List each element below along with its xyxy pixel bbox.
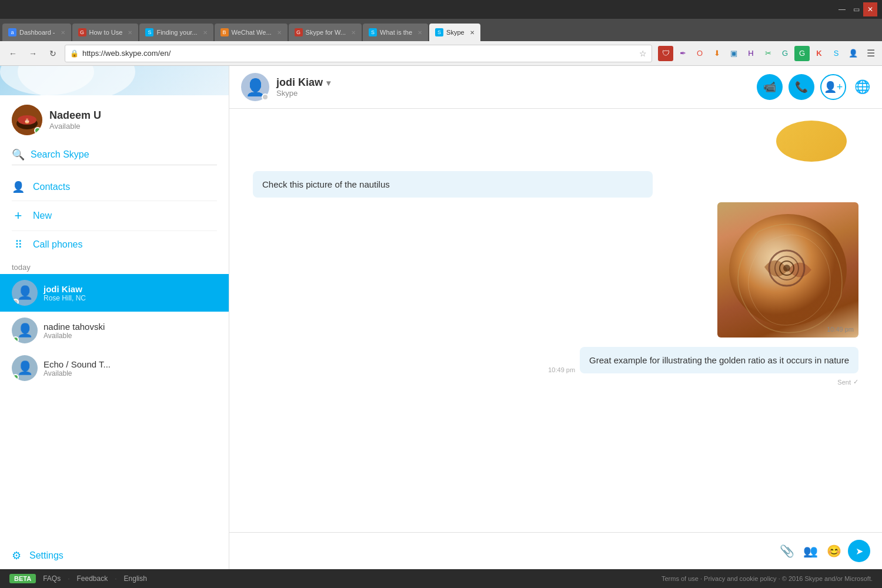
chat-dropdown-icon[interactable]: ▾ (326, 78, 330, 88)
message-bubble-sent: Great example for illustrating the golde… (580, 347, 858, 373)
minimize-button[interactable]: — (835, 2, 849, 16)
tab-label: How to Use (89, 29, 123, 36)
extension-darkgreen[interactable]: G (794, 46, 810, 61)
contact-list: 👤 jodi Kiaw Rose Hill, NC 👤 nadine tahov… (0, 274, 229, 542)
chat-header-actions: 📹 📞 👤+ 🌐 (757, 74, 870, 100)
contacts-nav-item[interactable]: 👤 Contacts (12, 173, 217, 201)
new-label: New (33, 211, 52, 221)
tab-close-icon[interactable]: ✕ (203, 29, 208, 36)
footer-faqs[interactable]: FAQs (43, 574, 61, 583)
tab-finding[interactable]: S Finding your... ✕ (139, 24, 213, 41)
contact-status-dot-jodi (12, 299, 19, 305)
extension-person[interactable]: 👤 (846, 46, 861, 61)
chat-user-info: jodi Kiaw ▾ Skype (276, 76, 757, 98)
attach-file-icon[interactable]: 📎 (777, 542, 796, 560)
add-contact-button[interactable]: 👤+ (820, 74, 846, 100)
tab-favicon: S (145, 28, 153, 36)
tab-label: Skype (446, 29, 465, 36)
callphones-label: Call phones (33, 239, 83, 250)
extension-purple2[interactable]: H (743, 46, 759, 61)
contact-status-dot-nadine (12, 336, 19, 343)
nav-bar: ← → ↻ 🔒 https://web.skype.com/en/ ☆ 🛡 ✒ … (0, 41, 882, 66)
opera-icon[interactable]: O (692, 46, 707, 61)
address-bar[interactable]: 🔒 https://web.skype.com/en/ ☆ (65, 45, 652, 62)
voice-call-button[interactable]: 📞 (789, 74, 814, 100)
search-row[interactable]: 🔍 Search Skype (12, 145, 217, 165)
close-button[interactable]: ✕ (863, 2, 877, 16)
tab-skypeforw[interactable]: G Skype for W... ✕ (289, 24, 362, 41)
contact-item-jodi[interactable]: 👤 jodi Kiaw Rose Hill, NC (0, 274, 229, 312)
video-call-button[interactable]: 📹 (757, 74, 783, 100)
maximize-button[interactable]: ▭ (849, 2, 863, 16)
chat-messages: Check this picture of the nautilus (229, 109, 882, 532)
svg-point-8 (783, 265, 790, 272)
user-info: Nadeem U Available (49, 109, 217, 131)
sidebar-header: 🎂 Nadeem U Available 🔍 Search Skype (0, 95, 229, 173)
user-status: Available (49, 122, 217, 131)
url-text: https://web.skype.com/en/ (82, 49, 636, 58)
tab-close-icon[interactable]: ✕ (277, 29, 282, 36)
send-button[interactable]: ➤ (848, 540, 870, 562)
contact-avatar-icon: 👤 (17, 360, 33, 376)
bookmark-icon[interactable]: ☆ (639, 49, 647, 58)
tab-close-icon[interactable]: ✕ (470, 29, 475, 36)
tab-favicon: S (435, 28, 443, 36)
title-bar: — ▭ ✕ (0, 0, 882, 19)
contact-item-nadine[interactable]: 👤 nadine tahovski Available (0, 312, 229, 349)
tab-close-icon[interactable]: ✕ (128, 29, 132, 36)
tab-close-icon[interactable]: ✕ (351, 29, 356, 36)
tab-close-icon[interactable]: ✕ (417, 29, 422, 36)
contact-item-echo[interactable]: 👤 Echo / Sound T... Available (0, 349, 229, 387)
extension-purple[interactable]: ✒ (675, 46, 690, 61)
input-actions: 📎 👥 😊 ➤ (777, 540, 870, 562)
tab-wechat[interactable]: B WeChat We... ✕ (215, 24, 288, 41)
tab-label: Skype for W... (306, 29, 346, 36)
extension-k[interactable]: K (811, 46, 827, 61)
message-time-1: 10:49 pm (827, 326, 854, 333)
extension-blue[interactable]: ▣ (726, 46, 741, 61)
globe-icon[interactable]: 🌐 (854, 79, 870, 95)
tab-close-icon[interactable]: ✕ (61, 29, 65, 36)
tab-skype-active[interactable]: S Skype ✕ (429, 24, 480, 41)
contact-avatar-echo: 👤 (12, 355, 38, 381)
search-icon: 🔍 (12, 148, 25, 161)
nautilus-image-container: 10:49 pm (717, 202, 858, 338)
skype-extension[interactable]: S (828, 46, 844, 61)
tab-howtouse[interactable]: G How to Use ✕ (72, 24, 139, 41)
new-nav-item[interactable]: + New (12, 201, 217, 231)
footer-feedback[interactable]: Feedback (77, 574, 108, 583)
sent-label: Sent (837, 379, 851, 386)
menu-button[interactable]: ☰ (864, 45, 877, 61)
forward-button[interactable]: → (25, 45, 41, 62)
sidebar-nav: 👤 Contacts + New ⠿ Call phones (0, 173, 229, 258)
chat-name-text: jodi Kiaw (276, 76, 323, 89)
extension-green[interactable]: ✂ (760, 46, 776, 61)
contact-sub-jodi: Rose Hill, NC (44, 294, 217, 302)
callphones-nav-item[interactable]: ⠿ Call phones (12, 231, 217, 258)
message-time-2: 10:49 pm (548, 366, 575, 373)
tab-favicon: G (295, 28, 303, 36)
avatar: 🎂 (12, 105, 42, 135)
emoji-icon[interactable]: 😊 (824, 542, 843, 560)
extension-teal[interactable]: G (777, 46, 793, 61)
add-contact-chat-icon[interactable]: 👥 (801, 542, 820, 560)
app-container: 🎂 Nadeem U Available 🔍 Search Skype 👤 (0, 66, 882, 569)
contact-avatar-nadine: 👤 (12, 318, 38, 343)
footer-english[interactable]: English (124, 574, 147, 583)
contacts-label: Contacts (33, 182, 70, 192)
message-row-2: 10:49 pm Great example for illustrating … (253, 347, 858, 386)
back-button[interactable]: ← (5, 45, 21, 62)
download-icon[interactable]: ⬇ (709, 46, 724, 61)
tab-whatis[interactable]: S What is the ✕ (363, 24, 428, 41)
settings-row[interactable]: ⚙ Settings (0, 542, 229, 569)
tab-label: Finding your... (156, 29, 197, 36)
chat-input-field[interactable] (241, 542, 771, 560)
tab-label: WeChat We... (232, 29, 272, 36)
chat-area: 👤 jodi Kiaw ▾ Skype 📹 📞 👤+ 🌐 (229, 66, 882, 569)
chat-avatar-status (262, 93, 269, 101)
tab-label: Dashboard - (19, 29, 55, 36)
tab-dashboard[interactable]: a Dashboard - ✕ (2, 24, 71, 41)
reload-button[interactable]: ↻ (45, 45, 61, 62)
nautilus-image (717, 202, 858, 338)
antivirus-icon[interactable]: 🛡 (658, 46, 673, 61)
